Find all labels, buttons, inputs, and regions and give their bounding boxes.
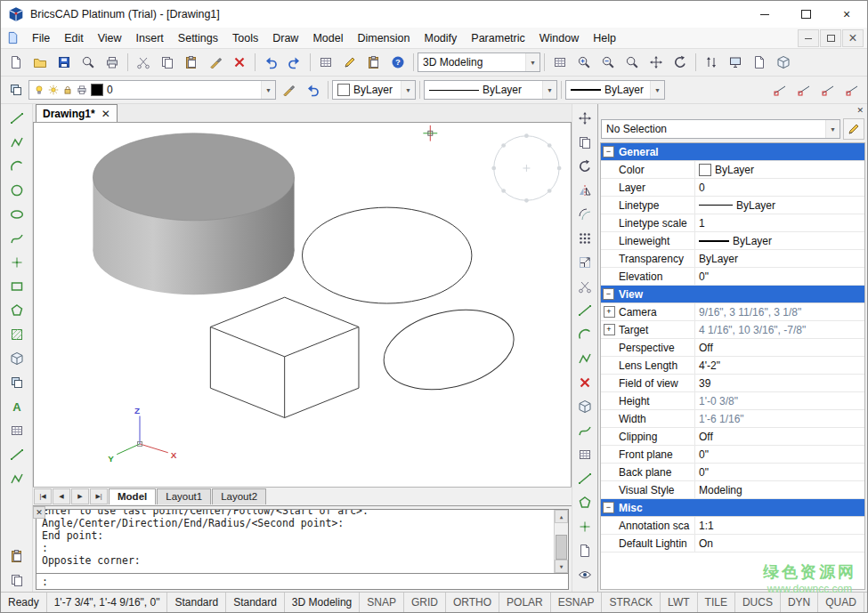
- collapse-icon[interactable]: −: [603, 288, 614, 300]
- scroll-down-icon[interactable]: ▼: [555, 560, 568, 573]
- menu-model[interactable]: Model: [305, 32, 350, 44]
- menu-edit[interactable]: Edit: [57, 32, 91, 44]
- menu-help[interactable]: Help: [586, 32, 623, 44]
- visual-styles-button[interactable]: [772, 51, 795, 74]
- drawing-explorer-button[interactable]: [314, 51, 337, 74]
- status-toggle-ducs[interactable]: DUCS: [735, 593, 781, 612]
- snap-endpoint-button[interactable]: [768, 78, 791, 101]
- snap-nearest-button[interactable]: [840, 78, 864, 101]
- new-sheet-button[interactable]: [748, 51, 771, 74]
- snap-center-button[interactable]: [816, 78, 840, 101]
- maximize-button[interactable]: [785, 1, 826, 28]
- prev-tab-icon[interactable]: ◀: [53, 488, 70, 504]
- array-button[interactable]: [573, 227, 597, 250]
- print-button[interactable]: [101, 51, 124, 74]
- workspace-select[interactable]: 3D Modeling ▼: [418, 52, 540, 72]
- id-point-button[interactable]: [573, 515, 597, 538]
- command-history[interactable]: Enter to use last point/Center/Follow/<S…: [36, 509, 569, 574]
- last-tab-icon[interactable]: ▶|: [90, 488, 108, 504]
- minimize-button[interactable]: [744, 1, 785, 28]
- scrollbar-track[interactable]: [555, 523, 568, 560]
- zoom-out-button[interactable]: [596, 51, 620, 74]
- mdi-close-button[interactable]: ×: [842, 29, 864, 47]
- command-input[interactable]: :: [36, 574, 569, 590]
- status-toggle-tile[interactable]: TILE: [698, 593, 735, 612]
- props-group-view[interactable]: − View: [601, 286, 864, 303]
- lineweight-select[interactable]: ByLayer ▼: [565, 80, 665, 100]
- draw-box-button[interactable]: [4, 347, 28, 370]
- command-scrollbar[interactable]: ▲ ▼: [554, 510, 568, 573]
- help-button[interactable]: [386, 51, 410, 74]
- expand-icon[interactable]: +: [604, 324, 615, 335]
- new-document-button[interactable]: [4, 51, 28, 74]
- rotate-button[interactable]: [573, 155, 597, 178]
- paste-button[interactable]: [180, 51, 203, 74]
- edit-entity-button[interactable]: [338, 51, 361, 74]
- tab-model[interactable]: Model: [109, 488, 156, 504]
- attach-button[interactable]: [362, 51, 385, 74]
- scale-button[interactable]: [573, 251, 597, 274]
- collapse-icon[interactable]: −: [603, 502, 614, 513]
- layer-previous-button[interactable]: [301, 78, 324, 101]
- named-views-button[interactable]: [573, 563, 597, 586]
- clipboard-history-button[interactable]: [4, 544, 28, 568]
- draw-polygon-button[interactable]: [4, 299, 28, 322]
- redo-button[interactable]: [283, 51, 306, 74]
- mdi-restore-button[interactable]: [820, 29, 841, 47]
- status-toggle-esnap[interactable]: ESNAP: [551, 593, 603, 612]
- insert-table-button[interactable]: [4, 419, 28, 442]
- menu-file[interactable]: File: [25, 32, 57, 44]
- list-button[interactable]: [573, 539, 597, 562]
- menu-draw[interactable]: Draw: [265, 32, 305, 44]
- chamfer-button[interactable]: [573, 347, 597, 370]
- props-group-misc[interactable]: − Misc: [601, 499, 864, 517]
- draw-line-button[interactable]: [4, 107, 28, 130]
- tab-layout2[interactable]: Layout2: [212, 488, 266, 504]
- draw-spline-button[interactable]: [4, 227, 28, 250]
- tab-layout1[interactable]: Layout1: [157, 488, 211, 504]
- orbit-button[interactable]: [669, 51, 692, 74]
- save-button[interactable]: [53, 51, 76, 74]
- menu-insert[interactable]: Insert: [129, 32, 171, 44]
- status-toggle-quad[interactable]: QUAD: [818, 593, 864, 612]
- snap-midpoint-button[interactable]: [792, 78, 815, 101]
- draw-point-button[interactable]: [4, 251, 28, 274]
- cut-button[interactable]: [132, 51, 155, 74]
- panel-close-icon[interactable]: ✕: [856, 106, 864, 115]
- menu-tools[interactable]: Tools: [225, 32, 265, 44]
- explode-button[interactable]: [573, 395, 597, 418]
- status-toggle-dyn[interactable]: DYN: [781, 593, 818, 612]
- scroll-up-icon[interactable]: ▲: [555, 510, 568, 523]
- distance-button[interactable]: [573, 467, 597, 490]
- properties-button[interactable]: [573, 443, 597, 466]
- menu-dimension[interactable]: Dimension: [350, 32, 417, 44]
- menu-view[interactable]: View: [91, 32, 129, 44]
- undo-button[interactable]: [259, 51, 282, 74]
- draw-ellipse-button[interactable]: [4, 203, 28, 226]
- ellipse-entity[interactable]: [376, 297, 523, 401]
- status-toggle-tips[interactable]: TIPS: [864, 593, 867, 612]
- copy-button[interactable]: [156, 51, 179, 74]
- mdi-minimize-button[interactable]: [798, 29, 819, 47]
- join-button[interactable]: [573, 419, 597, 442]
- menu-modify[interactable]: Modify: [417, 32, 464, 44]
- first-tab-icon[interactable]: |◀: [34, 488, 52, 504]
- close-button[interactable]: ×: [826, 1, 867, 28]
- status-toggle-snap[interactable]: SNAP: [360, 593, 404, 612]
- model-viewport[interactable]: Z X Y: [33, 123, 572, 487]
- open-button[interactable]: [28, 51, 52, 74]
- command-panel-close-icon[interactable]: ✕: [33, 506, 45, 519]
- color-select[interactable]: ByLayer ▼: [332, 80, 416, 100]
- circle-entity[interactable]: [303, 207, 472, 303]
- quick-select-button[interactable]: [843, 118, 864, 140]
- draw-circle-button[interactable]: [4, 179, 28, 202]
- copy-entity-button[interactable]: [573, 131, 597, 154]
- status-toggle-grid[interactable]: GRID: [404, 593, 446, 612]
- status-toggle-polar[interactable]: POLAR: [499, 593, 551, 612]
- tab-close-icon[interactable]: ✕: [101, 109, 110, 119]
- extend-button[interactable]: [573, 299, 597, 322]
- layers-manager-button[interactable]: [4, 78, 28, 101]
- layer-select[interactable]: 0 ▼: [28, 80, 276, 100]
- named-views-button[interactable]: [724, 51, 747, 74]
- cylinder-solid[interactable]: [93, 133, 294, 294]
